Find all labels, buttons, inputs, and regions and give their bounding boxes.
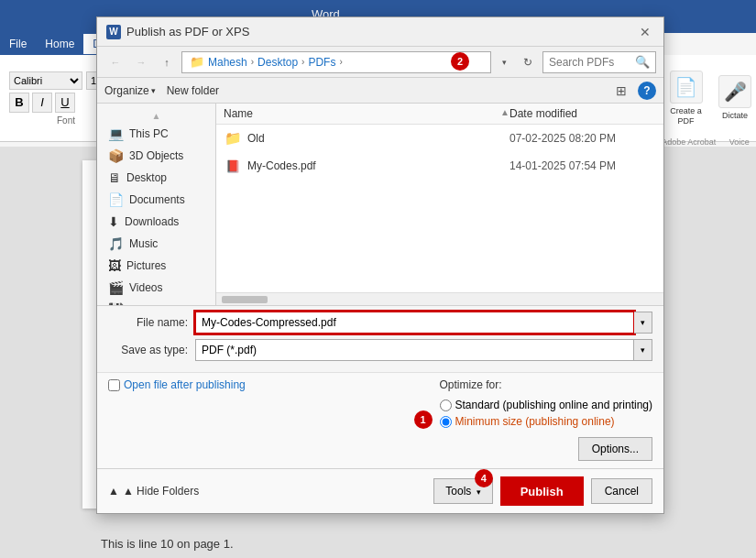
breadcrumb-sep1: › <box>251 57 254 67</box>
music-label: Music <box>129 237 158 250</box>
file-date-mycodes: 14-01-2025 07:54 PM <box>509 159 656 172</box>
desktop-label: Desktop <box>126 171 167 184</box>
breadcrumb-bar[interactable]: 📁 Mahesh › Desktop › PDFs › <box>181 51 491 73</box>
open-after-label[interactable]: Open file after publishing <box>108 378 246 391</box>
minimum-label: Minimum size (publishing online) <box>455 415 615 428</box>
filename-dropdown-button[interactable]: ▾ <box>634 312 652 334</box>
videos-label: Videos <box>129 281 162 294</box>
sidebar-item-3dobjects[interactable]: 📦 3D Objects <box>97 145 215 167</box>
search-icon: 🔍 <box>635 55 650 69</box>
sidebar-item-documents[interactable]: 📄 Documents <box>97 189 215 211</box>
cancel-button[interactable]: Cancel <box>591 478 652 504</box>
organize-button[interactable]: Organize ▾ <box>104 84 156 97</box>
documents-label: Documents <box>129 193 185 206</box>
thispc-label: This PC <box>129 127 169 140</box>
sidebar-item-desktop[interactable]: 🖥 Desktop <box>97 167 215 189</box>
acrobat-labels: Adobe Acrobat Voice <box>655 137 756 147</box>
minimum-option[interactable]: Minimum size (publishing online) 1 <box>440 415 652 428</box>
file-name-old: Old <box>247 132 509 145</box>
filename-label: File name: <box>108 316 195 329</box>
sidebar-item-downloads[interactable]: ⬇ Downloads <box>97 211 215 233</box>
horizontal-scrollbar[interactable]: 3 <box>216 292 663 305</box>
underline-button[interactable]: U <box>55 93 75 113</box>
open-after-checkbox[interactable] <box>108 379 120 391</box>
3dobjects-icon: 📦 <box>108 148 124 163</box>
new-folder-button[interactable]: New folder <box>167 84 219 97</box>
folder-old-icon: 📁 <box>224 129 242 148</box>
standard-option[interactable]: Standard (publishing online and printing… <box>440 399 652 411</box>
view-button[interactable]: ⊞ <box>616 83 627 98</box>
col-name-header[interactable]: Name <box>224 107 499 120</box>
create-pdf-btn[interactable]: 📄 Create a PDF <box>661 71 711 126</box>
scroll-up-indicator: ▲ <box>97 111 215 121</box>
file-item-mycodes[interactable]: 📕 My-Codes.pdf 14-01-2025 07:54 PM <box>216 152 663 180</box>
tools-label: Tools <box>445 485 471 498</box>
dialog-close-button[interactable]: ✕ <box>636 23 654 41</box>
savetype-dropdown-button[interactable]: ▾ <box>634 339 652 361</box>
help-button[interactable]: ? <box>638 82 656 100</box>
search-box: 🔍 <box>542 51 656 73</box>
up-button[interactable]: ↑ <box>156 51 178 73</box>
filename-section: File name: ▾ Save as type: PDF (*.pdf) ▾ <box>97 305 663 372</box>
italic-button[interactable]: I <box>32 93 52 113</box>
font-name-select[interactable]: Calibri <box>9 71 82 90</box>
sidebar-item-music[interactable]: 🎵 Music <box>97 233 215 255</box>
options-btn-row: Options... <box>97 433 663 468</box>
savetype-select[interactable]: PDF (*.pdf) <box>195 339 634 361</box>
annotation-badge-2: 2 <box>451 52 469 71</box>
hide-folders-button[interactable]: ▲ ▲ Hide Folders <box>108 485 199 498</box>
savetype-label: Save as type: <box>108 344 195 356</box>
sidebar-item-thispc[interactable]: 💻 This PC <box>97 123 215 145</box>
breadcrumb-mahesh[interactable]: Mahesh <box>208 56 247 69</box>
desktop-icon: 🖥 <box>108 170 121 185</box>
publish-btn-wrapper: Publish 4 <box>500 476 584 506</box>
organize-label: Organize <box>104 84 149 97</box>
forward-button[interactable]: → <box>130 51 152 73</box>
back-button[interactable]: ← <box>104 51 126 73</box>
documents-icon: 📄 <box>108 192 124 207</box>
file-item-old[interactable]: 📁 Old 07-02-2025 08:20 PM <box>216 125 663 152</box>
word-icon: W <box>106 25 121 39</box>
dialog-title-area: W Publish as PDF or XPS <box>106 25 249 39</box>
filename-input[interactable] <box>195 312 634 334</box>
voice-label: Voice <box>729 137 750 147</box>
annotation-badge-1: 1 <box>414 410 433 429</box>
scrollbar-thumb <box>222 296 268 303</box>
dialog-titlebar: W Publish as PDF or XPS ✕ <box>97 17 663 47</box>
breadcrumb-desktop[interactable]: Desktop <box>257 56 298 69</box>
windows10-icon: 💾 <box>108 302 124 305</box>
col-date-header[interactable]: Date modified <box>509 107 656 120</box>
tab-home[interactable]: Home <box>36 34 83 54</box>
sidebar-item-windows10[interactable]: 💾 Windows 10 (C:) <box>97 299 215 305</box>
dictate-label: Dictate <box>722 111 748 121</box>
options-row: Open file after publishing Optimize for:… <box>97 372 663 433</box>
publish-dialog: W Publish as PDF or XPS ✕ ← → ↑ 📁 Mahesh… <box>96 16 664 514</box>
dictate-btn[interactable]: 🎤 Dictate <box>718 75 751 121</box>
pictures-label: Pictures <box>126 259 166 272</box>
tools-dropdown-icon: ▾ <box>477 487 481 497</box>
file-sidebar: ▲ 💻 This PC 📦 3D Objects 🖥 Desktop 📄 Doc… <box>97 104 216 305</box>
options-button[interactable]: Options... <box>578 437 652 461</box>
file-items: 📁 Old 07-02-2025 08:20 PM 📕 My-Codes.pdf… <box>216 125 663 292</box>
bold-button[interactable]: B <box>9 93 29 113</box>
thispc-icon: 💻 <box>108 126 124 141</box>
dialog-footer: ▲ ▲ Hide Folders Tools ▾ Publish 4 Cance… <box>97 468 663 513</box>
publish-button[interactable]: Publish <box>500 476 584 506</box>
dialog-nav-toolbar: ← → ↑ 📁 Mahesh › Desktop › PDFs › 2 ▾ ↻ … <box>97 47 663 78</box>
file-list-area: Name ▲ Date modified 📁 Old 07-02-2025 08… <box>216 104 663 305</box>
music-icon: 🎵 <box>108 236 124 251</box>
breadcrumb-sep3: › <box>339 57 342 67</box>
optimize-label: Optimize for: <box>440 378 652 391</box>
standard-label: Standard (publishing online and printing… <box>455 399 652 411</box>
sidebar-item-videos[interactable]: 🎬 Videos <box>97 277 215 299</box>
dialog-title: Publish as PDF or XPS <box>126 25 249 38</box>
breadcrumb-pdfs[interactable]: PDFs <box>308 56 335 69</box>
create-pdf-label: Create a PDF <box>661 106 711 126</box>
standard-radio[interactable] <box>440 399 452 411</box>
refresh-button[interactable]: ↻ <box>517 51 539 73</box>
minimum-radio[interactable] <box>440 416 452 428</box>
search-input[interactable] <box>549 56 631 69</box>
breadcrumb-dropdown-button[interactable]: ▾ <box>495 51 513 73</box>
sidebar-item-pictures[interactable]: 🖼 Pictures <box>97 255 215 277</box>
tab-file[interactable]: File <box>0 34 36 54</box>
